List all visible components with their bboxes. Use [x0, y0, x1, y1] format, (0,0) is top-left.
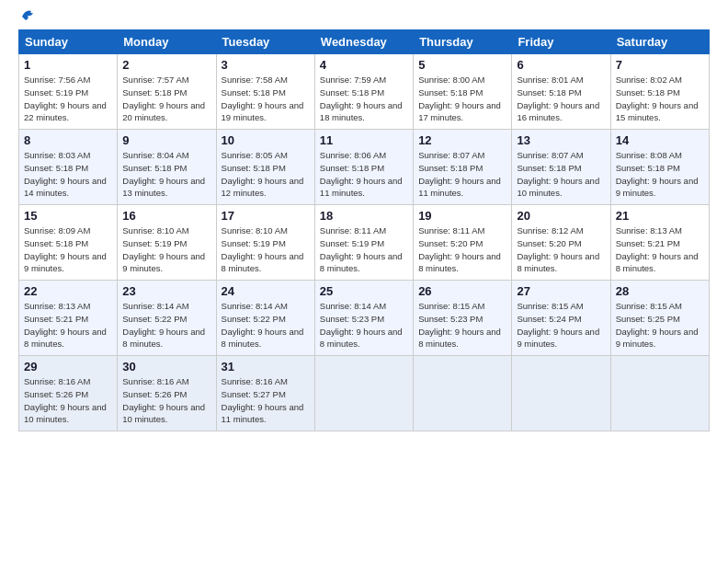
day-number: 30	[122, 360, 210, 373]
day-cell: 4 Sunrise: 7:59 AMSunset: 5:18 PMDayligh…	[314, 54, 413, 130]
day-cell: 18 Sunrise: 8:11 AMSunset: 5:19 PMDaylig…	[314, 205, 413, 281]
day-info: Sunrise: 8:16 AMSunset: 5:26 PMDaylight:…	[122, 376, 205, 424]
day-number: 28	[616, 284, 704, 298]
logo	[18, 17, 39, 20]
day-number: 24	[222, 284, 310, 298]
day-number: 5	[418, 58, 506, 72]
weekday-header-monday: Monday	[118, 30, 216, 54]
day-cell: 10 Sunrise: 8:05 AMSunset: 5:18 PMDaylig…	[216, 130, 314, 205]
day-info: Sunrise: 8:15 AMSunset: 5:24 PMDaylight:…	[517, 301, 599, 349]
day-info: Sunrise: 8:14 AMSunset: 5:23 PMDaylight:…	[320, 301, 403, 349]
day-cell: 5 Sunrise: 8:00 AMSunset: 5:18 PMDayligh…	[414, 54, 512, 130]
day-info: Sunrise: 8:16 AMSunset: 5:27 PMDaylight:…	[222, 376, 304, 424]
weekday-header-row: SundayMondayTuesdayWednesdayThursdayFrid…	[19, 30, 710, 54]
day-cell	[314, 356, 413, 431]
day-cell: 21 Sunrise: 8:13 AMSunset: 5:21 PMDaylig…	[610, 205, 709, 281]
day-number: 3	[222, 58, 310, 72]
day-number: 18	[320, 209, 408, 223]
weekday-header-sunday: Sunday	[19, 30, 118, 54]
day-cell: 30 Sunrise: 8:16 AMSunset: 5:26 PMDaylig…	[118, 356, 216, 431]
day-cell: 7 Sunrise: 8:02 AMSunset: 5:18 PMDayligh…	[610, 54, 709, 130]
day-info: Sunrise: 8:13 AMSunset: 5:21 PMDaylight:…	[616, 225, 699, 273]
day-info: Sunrise: 8:11 AMSunset: 5:19 PMDaylight:…	[320, 225, 403, 273]
week-row-4: 22 Sunrise: 8:13 AMSunset: 5:21 PMDaylig…	[19, 281, 710, 356]
day-cell: 20 Sunrise: 8:12 AMSunset: 5:20 PMDaylig…	[512, 205, 610, 281]
week-row-2: 8 Sunrise: 8:03 AMSunset: 5:18 PMDayligh…	[19, 130, 710, 205]
day-info: Sunrise: 8:03 AMSunset: 5:18 PMDaylight:…	[24, 150, 107, 198]
day-number: 19	[418, 209, 506, 223]
day-number: 4	[320, 58, 408, 72]
day-cell: 28 Sunrise: 8:15 AMSunset: 5:25 PMDaylig…	[610, 281, 709, 356]
week-row-5: 29 Sunrise: 8:16 AMSunset: 5:26 PMDaylig…	[19, 356, 710, 431]
day-info: Sunrise: 8:07 AMSunset: 5:18 PMDaylight:…	[517, 150, 599, 198]
day-cell: 23 Sunrise: 8:14 AMSunset: 5:22 PMDaylig…	[118, 281, 216, 356]
day-cell: 31 Sunrise: 8:16 AMSunset: 5:27 PMDaylig…	[216, 356, 314, 431]
day-cell	[512, 356, 610, 431]
day-info: Sunrise: 7:59 AMSunset: 5:18 PMDaylight:…	[320, 75, 403, 122]
day-number: 7	[616, 58, 704, 72]
day-info: Sunrise: 8:15 AMSunset: 5:23 PMDaylight:…	[418, 301, 501, 349]
day-info: Sunrise: 7:56 AMSunset: 5:19 PMDaylight:…	[24, 75, 107, 122]
day-number: 6	[517, 58, 605, 72]
week-row-1: 1 Sunrise: 7:56 AMSunset: 5:19 PMDayligh…	[19, 54, 710, 130]
weekday-header-friday: Friday	[512, 30, 610, 54]
day-info: Sunrise: 8:09 AMSunset: 5:18 PMDaylight:…	[24, 225, 107, 273]
day-cell: 11 Sunrise: 8:06 AMSunset: 5:18 PMDaylig…	[314, 130, 413, 205]
day-cell	[414, 356, 512, 431]
day-cell: 6 Sunrise: 8:01 AMSunset: 5:18 PMDayligh…	[512, 54, 610, 130]
day-number: 15	[24, 209, 112, 223]
day-info: Sunrise: 8:14 AMSunset: 5:22 PMDaylight:…	[122, 301, 205, 349]
day-cell: 25 Sunrise: 8:14 AMSunset: 5:23 PMDaylig…	[314, 281, 413, 356]
day-number: 1	[24, 58, 112, 72]
day-info: Sunrise: 8:08 AMSunset: 5:18 PMDaylight:…	[616, 150, 699, 198]
day-info: Sunrise: 8:14 AMSunset: 5:22 PMDaylight:…	[222, 301, 304, 349]
header	[18, 17, 710, 20]
day-info: Sunrise: 8:05 AMSunset: 5:18 PMDaylight:…	[222, 150, 304, 198]
calendar-table: SundayMondayTuesdayWednesdayThursdayFrid…	[18, 29, 710, 431]
day-info: Sunrise: 8:12 AMSunset: 5:20 PMDaylight:…	[517, 225, 599, 273]
day-info: Sunrise: 8:01 AMSunset: 5:18 PMDaylight:…	[517, 75, 599, 122]
day-cell: 8 Sunrise: 8:03 AMSunset: 5:18 PMDayligh…	[19, 130, 118, 205]
day-number: 2	[122, 58, 210, 72]
day-number: 8	[24, 133, 112, 147]
day-number: 20	[517, 209, 605, 223]
day-info: Sunrise: 8:13 AMSunset: 5:21 PMDaylight:…	[24, 301, 107, 349]
day-number: 17	[222, 209, 310, 223]
day-cell: 13 Sunrise: 8:07 AMSunset: 5:18 PMDaylig…	[512, 130, 610, 205]
day-info: Sunrise: 8:07 AMSunset: 5:18 PMDaylight:…	[418, 150, 501, 198]
day-info: Sunrise: 8:02 AMSunset: 5:18 PMDaylight:…	[616, 75, 699, 122]
day-info: Sunrise: 8:04 AMSunset: 5:18 PMDaylight:…	[122, 150, 205, 198]
day-cell: 16 Sunrise: 8:10 AMSunset: 5:19 PMDaylig…	[118, 205, 216, 281]
day-info: Sunrise: 8:00 AMSunset: 5:18 PMDaylight:…	[418, 75, 501, 122]
day-cell: 19 Sunrise: 8:11 AMSunset: 5:20 PMDaylig…	[414, 205, 512, 281]
day-number: 23	[122, 284, 210, 298]
day-number: 31	[222, 360, 310, 373]
weekday-header-thursday: Thursday	[414, 30, 512, 54]
weekday-header-tuesday: Tuesday	[216, 30, 314, 54]
day-info: Sunrise: 8:11 AMSunset: 5:20 PMDaylight:…	[418, 225, 501, 273]
day-cell: 17 Sunrise: 8:10 AMSunset: 5:19 PMDaylig…	[216, 205, 314, 281]
day-cell: 15 Sunrise: 8:09 AMSunset: 5:18 PMDaylig…	[19, 205, 118, 281]
week-row-3: 15 Sunrise: 8:09 AMSunset: 5:18 PMDaylig…	[19, 205, 710, 281]
day-cell: 1 Sunrise: 7:56 AMSunset: 5:19 PMDayligh…	[19, 54, 118, 130]
day-number: 10	[222, 133, 310, 147]
day-number: 11	[320, 133, 408, 147]
day-cell: 26 Sunrise: 8:15 AMSunset: 5:23 PMDaylig…	[414, 281, 512, 356]
day-cell: 27 Sunrise: 8:15 AMSunset: 5:24 PMDaylig…	[512, 281, 610, 356]
day-number: 21	[616, 209, 704, 223]
day-cell: 9 Sunrise: 8:04 AMSunset: 5:18 PMDayligh…	[118, 130, 216, 205]
day-number: 13	[517, 133, 605, 147]
day-cell: 12 Sunrise: 8:07 AMSunset: 5:18 PMDaylig…	[414, 130, 512, 205]
day-number: 29	[24, 360, 112, 373]
day-number: 22	[24, 284, 112, 298]
day-number: 25	[320, 284, 408, 298]
day-cell	[610, 356, 709, 431]
day-number: 9	[122, 133, 210, 147]
day-info: Sunrise: 8:15 AMSunset: 5:25 PMDaylight:…	[616, 301, 699, 349]
day-cell: 24 Sunrise: 8:14 AMSunset: 5:22 PMDaylig…	[216, 281, 314, 356]
day-number: 14	[616, 133, 704, 147]
day-info: Sunrise: 8:06 AMSunset: 5:18 PMDaylight:…	[320, 150, 403, 198]
day-info: Sunrise: 8:10 AMSunset: 5:19 PMDaylight:…	[122, 225, 205, 273]
day-number: 27	[517, 284, 605, 298]
day-info: Sunrise: 7:57 AMSunset: 5:18 PMDaylight:…	[122, 75, 205, 122]
